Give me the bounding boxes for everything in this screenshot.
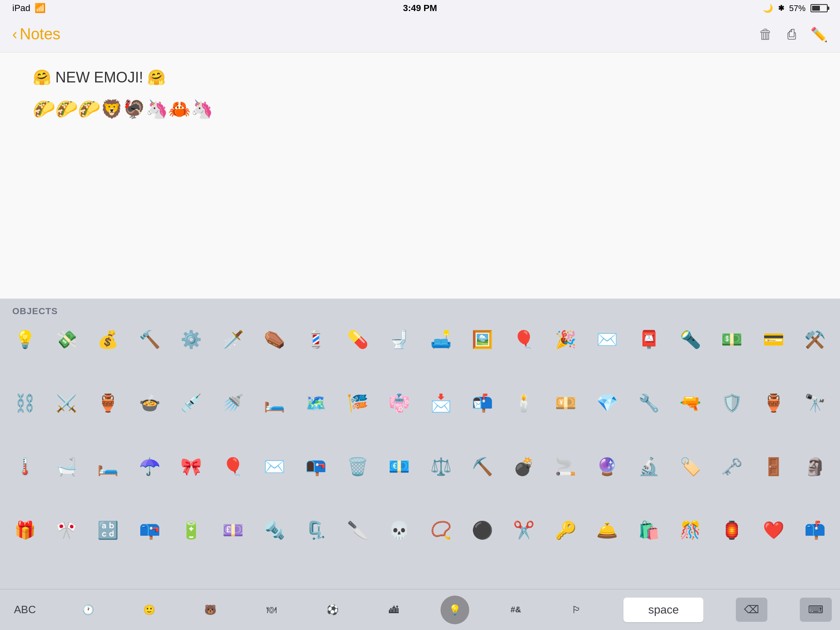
emoji-cell[interactable]: 🕯️ <box>503 383 545 422</box>
emoji-cell[interactable]: 🚿 <box>212 383 253 422</box>
delete-button[interactable]: ⌫ <box>736 598 767 622</box>
emoji-cell[interactable]: 🖼️ <box>461 320 503 359</box>
emoji-cell[interactable]: 📿 <box>420 511 461 550</box>
objects-tab[interactable]: 💡 <box>441 596 469 624</box>
emoji-cell[interactable]: 🔋 <box>171 511 212 550</box>
emoji-cell[interactable]: 🔧 <box>628 383 669 422</box>
emoji-cell[interactable]: 🎊 <box>669 511 711 550</box>
emoji-cell[interactable]: 🔮 <box>587 447 628 486</box>
emoji-cell[interactable]: 💎 <box>587 383 628 422</box>
emoji-cell[interactable]: 🎁 <box>4 511 46 550</box>
emoji-cell[interactable]: 🎈 <box>503 320 545 359</box>
emoji-cell[interactable]: 💊 <box>337 320 378 359</box>
emoji-cell[interactable]: 🛍️ <box>628 511 669 550</box>
smiley-tab[interactable]: 🙂 <box>135 600 164 620</box>
emoji-cell[interactable]: 🛎️ <box>587 511 628 550</box>
emoji-cell[interactable]: 💣 <box>503 447 545 486</box>
food-tab[interactable]: 🍽 <box>257 600 286 620</box>
emoji-cell[interactable]: 📬 <box>461 383 503 422</box>
emoji-cell[interactable]: ⚔️ <box>46 383 87 422</box>
emoji-cell[interactable]: 💈 <box>295 320 337 359</box>
emoji-cell[interactable]: 💶 <box>379 447 420 486</box>
emoji-cell[interactable]: ✂️ <box>503 511 545 550</box>
emoji-cell[interactable]: 🔩 <box>253 511 295 550</box>
nav-left[interactable]: ‹ Notes <box>12 25 60 43</box>
notes-back-button[interactable]: Notes <box>20 25 60 43</box>
share-button[interactable]: ⎙ <box>788 26 796 42</box>
flags-tab[interactable]: 🏳 <box>562 600 591 620</box>
emoji-cell[interactable]: ✉️ <box>253 447 295 486</box>
emoji-cell[interactable]: ✉️ <box>587 320 628 359</box>
emoji-cell[interactable]: ⚰️ <box>253 320 295 359</box>
emoji-cell[interactable]: 🎉 <box>545 320 586 359</box>
emoji-cell[interactable]: 💸 <box>46 320 87 359</box>
emoji-cell[interactable]: 💳 <box>753 320 794 359</box>
emoji-cell[interactable]: 📩 <box>420 383 461 422</box>
emoji-cell[interactable]: 📭 <box>295 447 337 486</box>
emoji-cell[interactable]: 🚬 <box>545 447 586 486</box>
emoji-cell[interactable]: 🔡 <box>87 511 129 550</box>
emoji-cell[interactable]: 🗺️ <box>295 383 337 422</box>
activity-tab[interactable]: ⚽ <box>318 600 347 620</box>
emoji-cell[interactable]: 🎀 <box>171 447 212 486</box>
emoji-cell[interactable]: 🚽 <box>379 320 420 359</box>
emoji-cell[interactable]: 🛏️ <box>87 447 129 486</box>
symbols-tab[interactable]: #& <box>502 601 530 619</box>
emoji-cell[interactable]: ⚫ <box>461 511 503 550</box>
emoji-cell[interactable]: ☂️ <box>129 447 170 486</box>
emoji-cell[interactable]: 🔪 <box>337 511 378 550</box>
note-content[interactable]: 🤗 NEW EMOJI! 🤗 🌮🌮🌮🦁🦃🦄🦀🦄 <box>0 52 840 307</box>
emoji-cell[interactable]: ❤️ <box>753 511 794 550</box>
back-arrow-icon[interactable]: ‹ <box>12 27 17 42</box>
emoji-cell[interactable]: 🔬 <box>628 447 669 486</box>
emoji-cell[interactable]: 🛁 <box>46 447 87 486</box>
emoji-cell[interactable]: 🌡️ <box>4 447 46 486</box>
emoji-cell[interactable]: 🏮 <box>711 511 753 550</box>
emoji-cell[interactable]: 🏺 <box>87 383 129 422</box>
emoji-cell[interactable]: 📪 <box>129 511 170 550</box>
emoji-cell[interactable]: 🔫 <box>669 383 711 422</box>
emoji-cell[interactable]: 🏺 <box>753 383 794 422</box>
emoji-cell[interactable]: 🛏️ <box>253 383 295 422</box>
emoji-cell[interactable]: 💀 <box>379 511 420 550</box>
emoji-cell[interactable]: 💴 <box>545 383 586 422</box>
emoji-cell[interactable]: ⚖️ <box>420 447 461 486</box>
emoji-cell[interactable]: 💵 <box>711 320 753 359</box>
emoji-cell[interactable]: 💰 <box>87 320 129 359</box>
emoji-cell[interactable]: 🔑 <box>545 511 586 550</box>
emoji-cell[interactable]: ⚙️ <box>171 320 212 359</box>
emoji-cell[interactable]: 🍲 <box>129 383 170 422</box>
emoji-cell[interactable]: ⛏️ <box>461 447 503 486</box>
recent-tab[interactable]: 🕐 <box>74 600 103 620</box>
emoji-cell[interactable]: 👘 <box>379 383 420 422</box>
emoji-cell[interactable]: 🛡️ <box>711 383 753 422</box>
compose-button[interactable]: ✏️ <box>810 26 828 43</box>
trash-button[interactable]: 🗑 <box>759 26 773 42</box>
emoji-cell[interactable]: 💡 <box>4 320 46 359</box>
space-button[interactable]: space <box>623 598 703 622</box>
emoji-cell[interactable]: ⚒️ <box>794 320 836 359</box>
emoji-cell[interactable]: 🗡️ <box>212 320 253 359</box>
emoji-cell[interactable]: 🏷️ <box>669 447 711 486</box>
emoji-cell[interactable]: 💷 <box>212 511 253 550</box>
emoji-cell[interactable]: 🗝️ <box>711 447 753 486</box>
emoji-cell[interactable]: 🗜️ <box>295 511 337 550</box>
travel-tab[interactable]: 🏙 <box>379 600 408 620</box>
emoji-cell[interactable]: 💉 <box>171 383 212 422</box>
emoji-cell[interactable]: 🎈 <box>212 447 253 486</box>
emoji-cell[interactable]: 🚪 <box>753 447 794 486</box>
emoji-cell[interactable]: 📫 <box>794 511 836 550</box>
emoji-cell[interactable]: ⛓️ <box>4 383 46 422</box>
emoji-cell[interactable]: 📮 <box>628 320 669 359</box>
emoji-cell[interactable]: 🎌 <box>46 511 87 550</box>
emoji-cell[interactable]: 🗿 <box>794 447 836 486</box>
emoji-cell[interactable]: 🔦 <box>669 320 711 359</box>
emoji-cell[interactable]: 🎏 <box>337 383 378 422</box>
emoji-cell[interactable]: 🔭 <box>794 383 836 422</box>
emoji-cell[interactable]: 🗑️ <box>337 447 378 486</box>
keyboard-toggle-button[interactable]: ⌨ <box>800 598 832 622</box>
abc-button[interactable]: ABC <box>8 599 41 620</box>
emoji-cell[interactable]: 🛋️ <box>420 320 461 359</box>
emoji-cell[interactable]: 🔨 <box>129 320 170 359</box>
animal-tab[interactable]: 🐻 <box>196 600 225 620</box>
